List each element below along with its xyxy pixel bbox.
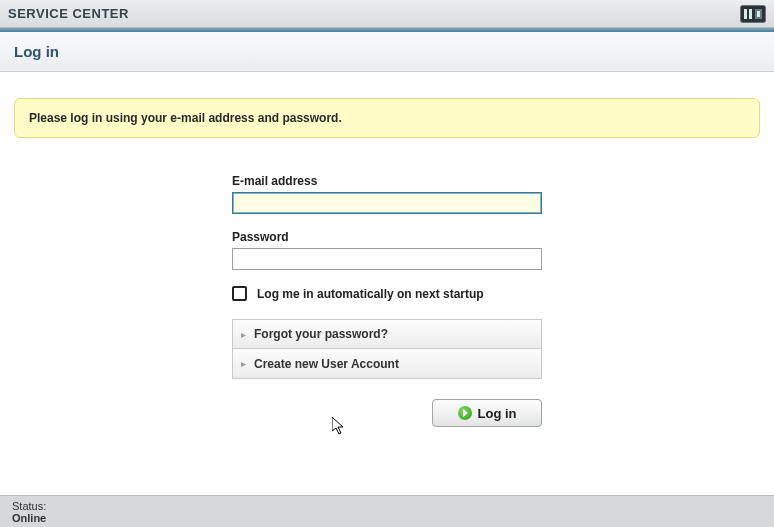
create-account-link[interactable]: ▸ Create new User Account	[232, 349, 542, 379]
email-field[interactable]	[232, 192, 542, 214]
page-header: Log in	[0, 32, 774, 72]
login-button-label: Log in	[478, 406, 517, 421]
titlebar: SERVICE CENTER	[0, 0, 774, 28]
play-icon	[458, 406, 472, 420]
chevron-right-icon: ▸	[241, 358, 246, 369]
email-label: E-mail address	[232, 174, 542, 188]
chevron-right-icon: ▸	[241, 329, 246, 340]
auto-login-row: Log me in automatically on next startup	[232, 286, 542, 301]
auto-login-label: Log me in automatically on next startup	[257, 287, 484, 301]
svg-marker-6	[332, 417, 343, 434]
brand-logo-icon	[740, 5, 766, 23]
svg-rect-5	[757, 11, 760, 17]
status-bar: Status: Online	[0, 495, 774, 527]
password-field[interactable]	[232, 248, 542, 270]
forgot-password-link[interactable]: ▸ Forgot your password?	[232, 319, 542, 349]
login-button-row: Log in	[232, 399, 542, 427]
login-button[interactable]: Log in	[432, 399, 542, 427]
app-title: SERVICE CENTER	[8, 6, 129, 21]
info-banner: Please log in using your e-mail address …	[14, 98, 760, 138]
status-label: Status:	[12, 500, 762, 512]
content-area: Please log in using your e-mail address …	[0, 72, 774, 427]
svg-rect-1	[744, 9, 747, 19]
forgot-password-label: Forgot your password?	[254, 327, 388, 341]
create-account-label: Create new User Account	[254, 357, 399, 371]
auto-login-checkbox[interactable]	[232, 286, 247, 301]
password-row: Password	[232, 230, 542, 270]
status-value: Online	[12, 512, 762, 524]
password-label: Password	[232, 230, 542, 244]
login-form: E-mail address Password Log me in automa…	[232, 174, 542, 427]
email-row: E-mail address	[232, 174, 542, 214]
cursor-icon	[332, 417, 348, 437]
svg-rect-3	[749, 9, 752, 19]
info-banner-text: Please log in using your e-mail address …	[29, 111, 342, 125]
page-title: Log in	[14, 43, 59, 60]
